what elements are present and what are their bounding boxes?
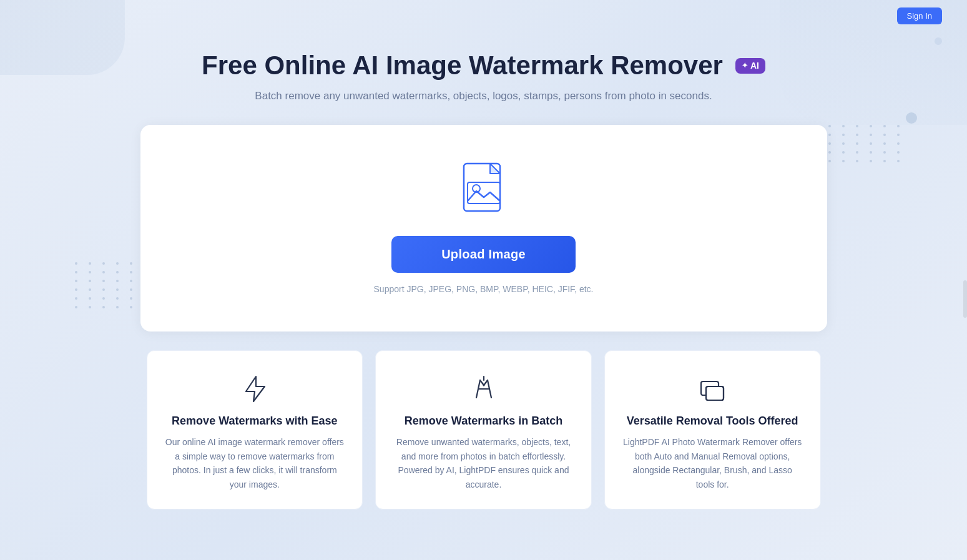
target-icon [393, 373, 574, 405]
feature-card-batch: Remove Watermarks in Batch Remove unwant… [375, 350, 592, 509]
feature-desc-versatile: LightPDF AI Photo Watermark Remover offe… [622, 435, 803, 491]
layers-icon [622, 373, 803, 405]
svg-line-6 [484, 380, 488, 385]
sparkle-icon: ✦ [742, 61, 748, 70]
feature-title-ease: Remove Watermarks with Ease [165, 415, 345, 428]
feature-title-versatile: Versatile Removal Tools Offered [622, 415, 803, 428]
feature-card-ease: Remove Watermarks with Ease Our online A… [147, 350, 363, 509]
svg-rect-11 [706, 386, 724, 400]
page-subtitle: Batch remove any unwanted watermarks, ob… [0, 90, 967, 102]
feature-desc-batch: Remove unwanted watermarks, objects, tex… [393, 435, 574, 491]
upload-support-text: Support JPG, JPEG, PNG, BMP, WEBP, HEIC,… [165, 284, 802, 294]
file-image-icon [459, 162, 509, 219]
ai-badge: ✦ AI [735, 58, 765, 74]
feature-desc-ease: Our online AI image watermark remover of… [165, 435, 345, 491]
feature-title-batch: Remove Watermarks in Batch [393, 415, 574, 428]
page-title: Free Online AI Image Watermark Remover ✦… [0, 50, 967, 81]
page-background: Sign In Free Online AI Image Watermark R… [0, 0, 967, 560]
main-content: Free Online AI Image Watermark Remover ✦… [0, 31, 967, 509]
svg-line-5 [480, 380, 484, 385]
sign-in-button[interactable]: Sign In [897, 7, 942, 24]
ai-badge-text: AI [750, 61, 759, 71]
upload-card: Upload Image Support JPG, JPEG, PNG, BMP… [140, 125, 827, 332]
feature-card-versatile: Versatile Removal Tools Offered LightPDF… [604, 350, 821, 509]
upload-image-button[interactable]: Upload Image [391, 236, 576, 273]
page-header: Sign In [0, 0, 967, 31]
features-section: Remove Watermarks with Ease Our online A… [140, 350, 827, 509]
title-text: Free Online AI Image Watermark Remover [202, 50, 723, 81]
lightning-icon [165, 373, 345, 405]
upload-icon-container [165, 162, 802, 219]
